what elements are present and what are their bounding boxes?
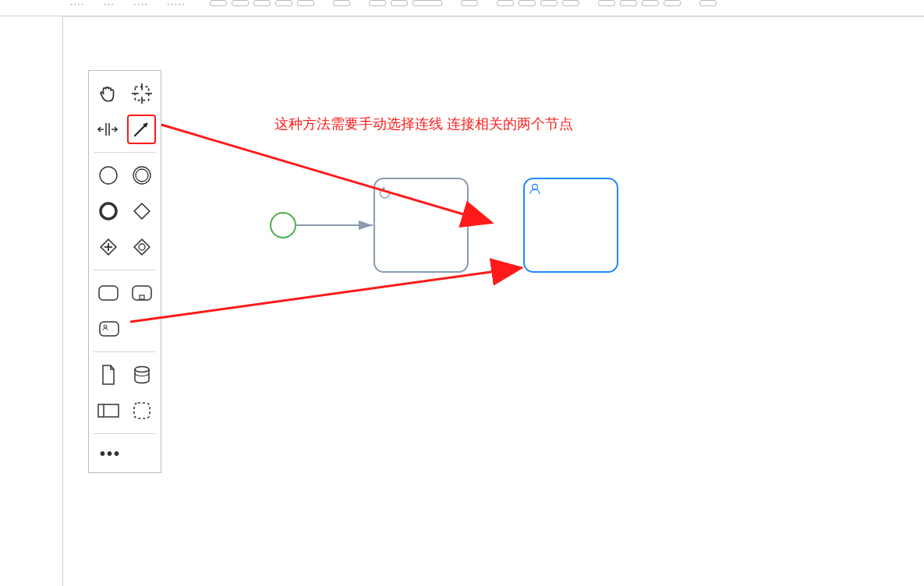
toolbar-button[interactable] bbox=[598, 0, 615, 6]
svg-rect-12 bbox=[134, 203, 150, 219]
dashed-rect-icon bbox=[132, 401, 152, 421]
toolbar-button[interactable] bbox=[253, 0, 271, 6]
lasso-select-icon bbox=[132, 83, 152, 104]
svg-point-8 bbox=[100, 167, 117, 184]
toolbar-button[interactable] bbox=[699, 0, 717, 6]
end-event-tool[interactable] bbox=[94, 196, 122, 226]
svg-rect-20 bbox=[140, 295, 144, 299]
hand-tool[interactable] bbox=[94, 79, 122, 108]
toolbar-button[interactable] bbox=[297, 0, 314, 6]
pool-icon bbox=[97, 402, 120, 419]
pool-tool[interactable] bbox=[94, 396, 122, 425]
subprocess-tool[interactable] bbox=[127, 278, 156, 308]
space-icon bbox=[97, 122, 118, 137]
page-left-border bbox=[62, 16, 63, 586]
group-tool[interactable] bbox=[127, 396, 156, 425]
lasso-tool[interactable] bbox=[127, 79, 156, 108]
menu-labels: ···· ··· ···· ····· bbox=[70, 0, 186, 9]
document-icon bbox=[100, 364, 117, 386]
gateway-tool[interactable] bbox=[127, 196, 156, 226]
start-event-node[interactable] bbox=[271, 213, 296, 238]
user-task-icon bbox=[97, 319, 121, 338]
gateway-event-tool[interactable] bbox=[127, 232, 156, 262]
toolbar-button[interactable] bbox=[497, 0, 514, 6]
menu-item[interactable]: ···· bbox=[133, 0, 148, 9]
svg-point-10 bbox=[136, 169, 148, 182]
tool-palette: ••• bbox=[88, 70, 161, 473]
svg-rect-24 bbox=[98, 404, 119, 417]
toolbar-button[interactable] bbox=[642, 0, 659, 6]
toolbar-button[interactable] bbox=[620, 0, 637, 6]
annotation-text: 这种方法需要手动选择连线 连接相关的两个节点 bbox=[274, 115, 573, 133]
hand-icon bbox=[98, 83, 119, 104]
toolbar-button[interactable] bbox=[275, 0, 292, 6]
svg-rect-18 bbox=[99, 286, 118, 300]
subprocess-icon bbox=[130, 284, 154, 302]
svg-point-17 bbox=[139, 244, 145, 250]
task-node[interactable] bbox=[374, 178, 468, 272]
data-object-tool[interactable] bbox=[94, 360, 122, 390]
toolbar-button[interactable] bbox=[412, 0, 442, 6]
rounded-rect-icon bbox=[97, 284, 120, 302]
user-task-node[interactable] bbox=[524, 178, 618, 272]
toolbar-button[interactable] bbox=[519, 0, 536, 6]
toolbar-button[interactable] bbox=[540, 0, 558, 6]
cylinder-icon bbox=[132, 365, 152, 385]
svg-rect-16 bbox=[134, 239, 150, 255]
svg-rect-21 bbox=[100, 322, 119, 336]
connect-tool[interactable] bbox=[127, 115, 156, 144]
circle-thin-icon bbox=[97, 164, 119, 186]
annotation-arrow bbox=[130, 268, 519, 322]
svg-rect-19 bbox=[133, 286, 151, 300]
menu-item[interactable]: ···· bbox=[70, 0, 85, 9]
data-store-tool[interactable] bbox=[127, 360, 156, 390]
intermediate-event-tool[interactable] bbox=[127, 161, 156, 190]
more-tools[interactable]: ••• bbox=[100, 445, 121, 462]
user-task-tool[interactable] bbox=[95, 314, 123, 344]
toolbar-button[interactable] bbox=[562, 0, 579, 6]
svg-rect-26 bbox=[134, 403, 150, 418]
space-tool[interactable] bbox=[94, 115, 122, 144]
connect-arrow-icon bbox=[131, 119, 151, 139]
svg-point-11 bbox=[101, 203, 116, 219]
toolbar-button[interactable] bbox=[210, 0, 227, 6]
top-toolbar: ···· ··· ···· ····· bbox=[0, 0, 924, 16]
toolbar-button[interactable] bbox=[664, 0, 681, 6]
page-top-border bbox=[62, 16, 924, 17]
diamond-circle-icon bbox=[131, 236, 153, 258]
toolbar-button-group bbox=[210, 0, 717, 6]
diamond-icon bbox=[131, 200, 153, 222]
svg-point-22 bbox=[104, 325, 107, 328]
menu-item[interactable]: ··· bbox=[104, 0, 115, 9]
task-tool[interactable] bbox=[94, 278, 122, 308]
toolbar-button[interactable] bbox=[232, 0, 249, 6]
start-event-tool[interactable] bbox=[94, 161, 122, 190]
toolbar-button[interactable] bbox=[391, 0, 408, 6]
circle-double-icon bbox=[131, 164, 153, 186]
toolbar-button[interactable] bbox=[369, 0, 386, 6]
svg-point-23 bbox=[135, 367, 149, 372]
toolbar-button[interactable] bbox=[333, 0, 350, 6]
gateway-complex-tool[interactable] bbox=[94, 232, 122, 262]
menu-item[interactable]: ····· bbox=[168, 0, 186, 9]
toolbar-button[interactable] bbox=[461, 0, 478, 6]
diamond-plus-icon bbox=[97, 236, 119, 258]
circle-thick-icon bbox=[97, 200, 119, 222]
